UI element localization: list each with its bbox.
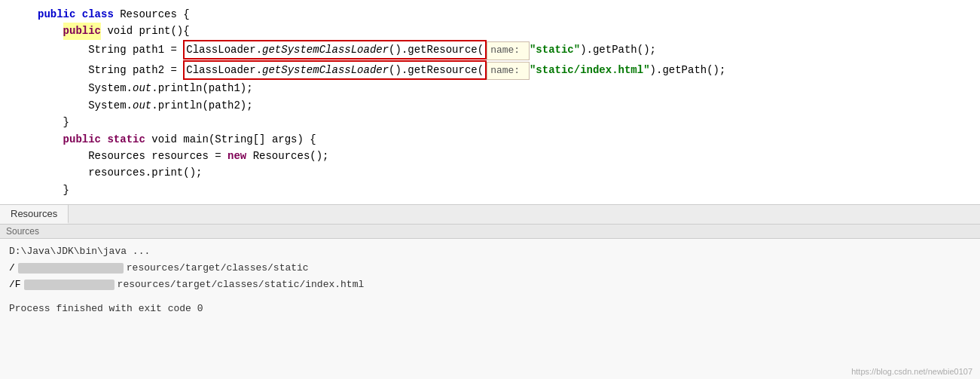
path-2: resources/target/classes/static/index.ht… [118, 277, 365, 293]
resources-decl: Resources resources = [38, 148, 227, 164]
output-line-2: /F resources/target/classes/static/index… [9, 277, 971, 293]
kw-public-main: public [63, 131, 101, 148]
code-line-5: System.out.println(path1); [0, 80, 980, 96]
close-brace-method: } [38, 114, 69, 130]
keyword-public-class: public class [38, 6, 120, 23]
tooltip-2: name: [487, 62, 530, 81]
code-line-10: Resources resources = new Resources(); [0, 148, 980, 164]
code-line-9: public static void main(String[] args) { [0, 131, 980, 148]
subbar-label: Sources [6, 226, 39, 237]
bottom-panel: Resources Sources D:\Java\JDK\bin\java .… [0, 205, 980, 379]
url-text: https://blog.csdn.net/newbie0107 [851, 367, 972, 376]
process-line: Process finished with exit code 0 [9, 301, 971, 317]
url-attribution: https://blog.csdn.net/newbie0107 [851, 367, 972, 376]
output-line-1: / resources/target/classes/static [9, 260, 971, 277]
path2-end: ).getPath(); [650, 62, 726, 78]
code-line-2: public void print(){ [0, 23, 980, 39]
method-sig: void print(){ [101, 23, 190, 39]
main-method: main(String[] args) { [183, 131, 316, 148]
kw-static: static [107, 131, 145, 148]
path1-box: ClassLoader.getSystemClassLoader().getRe… [183, 40, 487, 60]
kw-new: new [227, 148, 246, 164]
path1-end: ).getPath(); [580, 41, 656, 58]
process-text: Process finished with exit code 0 [9, 301, 203, 317]
indent-9 [38, 131, 63, 148]
code-line-4: String path2 = ClassLoader.getSystemClas… [0, 60, 980, 81]
slash-2: /F [9, 277, 21, 293]
close-main: } [38, 182, 69, 198]
path1-decl: String path1 = [38, 41, 183, 58]
keyword-public-2: public [63, 23, 101, 39]
code-line-3: String path1 = ClassLoader.getSystemClas… [0, 40, 980, 60]
output-content: D:\Java\JDK\bin\java ... / resources/tar… [0, 239, 980, 379]
code-line-6: System.out.println(path2); [0, 97, 980, 114]
cmd-text: D:\Java\JDK\bin\java ... [9, 243, 150, 260]
println-path2: System.out.println(path2); [38, 97, 253, 114]
resources-print: resources.print(); [38, 164, 202, 181]
tooltip-1: name: [487, 41, 530, 60]
indent-2 [38, 23, 63, 39]
cmd-line: D:\Java\JDK\bin\java ... [9, 243, 971, 260]
println-path1: System.out.println(path1); [38, 80, 253, 96]
code-line-11: resources.print(); [0, 164, 980, 181]
output-subbar: Sources [0, 225, 980, 239]
tab-resources[interactable]: Resources [0, 205, 69, 224]
blurred-2 [24, 280, 114, 290]
str-static-index: "static/index.html" [530, 62, 650, 78]
class-name: Resources { [120, 6, 189, 23]
code-editor: public class Resources { public void pri… [0, 0, 980, 205]
slash-1: / [9, 260, 15, 277]
code-line-12: } [0, 182, 980, 198]
code-line-1: public class Resources { [0, 6, 980, 23]
path2-box: ClassLoader.getSystemClassLoader().getRe… [183, 60, 487, 80]
tab-bar: Resources [0, 205, 980, 225]
path2-decl: String path2 = [38, 62, 183, 78]
blurred-1 [18, 263, 124, 274]
path-1: resources/target/classes/static [127, 260, 309, 277]
code-line-7: } [0, 114, 980, 130]
str-static: "static" [530, 41, 580, 58]
